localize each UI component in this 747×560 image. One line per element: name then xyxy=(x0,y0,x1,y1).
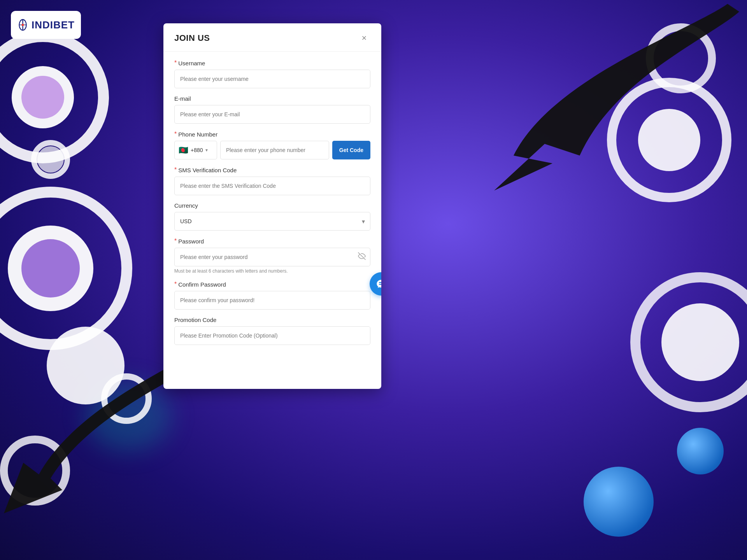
password-required: * xyxy=(174,238,177,245)
phone-group: * Phone Number 🇧🇩 +880 ▾ Get Code xyxy=(174,131,370,159)
registration-modal: JOIN US × * Username E-mail * Phone Numb… xyxy=(163,23,381,389)
username-input[interactable] xyxy=(174,70,370,88)
country-chevron-icon: ▾ xyxy=(205,147,208,153)
username-label: * Username xyxy=(174,60,370,66)
country-code: +880 xyxy=(191,147,203,153)
svg-point-3 xyxy=(21,24,24,26)
logo-icon xyxy=(17,16,28,33)
username-group: * Username xyxy=(174,60,370,88)
logo: INDIBET xyxy=(11,11,81,39)
confirm-password-input[interactable] xyxy=(174,291,370,310)
password-hint: Must be at least 6 characters with lette… xyxy=(174,268,370,274)
confirm-password-group: * Confirm Password xyxy=(174,281,370,310)
close-button[interactable]: × xyxy=(358,32,370,44)
chat-icon xyxy=(376,278,381,289)
password-label: * Password xyxy=(174,238,370,245)
phone-label: * Phone Number xyxy=(174,131,370,138)
currency-label: Currency xyxy=(174,202,370,209)
modal-title: JOIN US xyxy=(174,33,210,43)
modal-header: JOIN US × xyxy=(163,23,381,52)
phone-required: * xyxy=(174,131,177,138)
email-group: E-mail xyxy=(174,95,370,124)
arrow-top-right xyxy=(475,0,747,194)
logo-text: INDIBET xyxy=(32,19,75,31)
confirm-password-label: * Confirm Password xyxy=(174,281,370,288)
confirm-password-required: * xyxy=(174,281,177,288)
modal-body: * Username E-mail * Phone Number 🇧🇩 +880 xyxy=(163,52,381,389)
password-group: * Password Must be at least 6 characters… xyxy=(174,238,370,274)
password-wrapper xyxy=(174,248,370,266)
promo-label: Promotion Code xyxy=(174,317,370,323)
country-flag: 🇧🇩 xyxy=(179,145,188,155)
country-selector[interactable]: 🇧🇩 +880 ▾ xyxy=(174,141,217,159)
password-input[interactable] xyxy=(174,248,370,266)
sms-input[interactable] xyxy=(174,177,370,195)
promo-input[interactable] xyxy=(174,326,370,345)
phone-row: 🇧🇩 +880 ▾ Get Code xyxy=(174,141,370,159)
phone-input[interactable] xyxy=(220,141,329,159)
password-toggle-button[interactable] xyxy=(358,252,366,262)
email-input[interactable] xyxy=(174,105,370,124)
sms-label: * SMS Verification Code xyxy=(174,166,370,173)
currency-select[interactable]: USD BDT INR EUR xyxy=(174,212,370,231)
sms-group: * SMS Verification Code xyxy=(174,166,370,195)
get-code-button[interactable]: Get Code xyxy=(332,141,370,159)
currency-group: Currency USD BDT INR EUR ▾ xyxy=(174,202,370,231)
eye-off-icon xyxy=(358,252,366,260)
sms-required: * xyxy=(174,166,177,173)
username-required: * xyxy=(174,60,177,66)
email-label: E-mail xyxy=(174,95,370,102)
currency-select-wrapper: USD BDT INR EUR ▾ xyxy=(174,212,370,231)
promo-group: Promotion Code xyxy=(174,317,370,345)
